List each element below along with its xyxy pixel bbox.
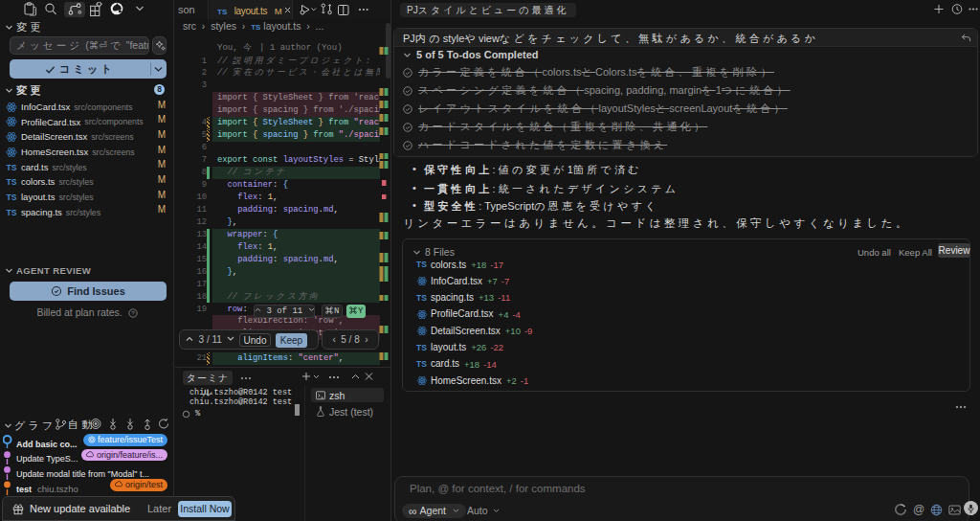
svg-text:?: ?: [131, 309, 135, 316]
